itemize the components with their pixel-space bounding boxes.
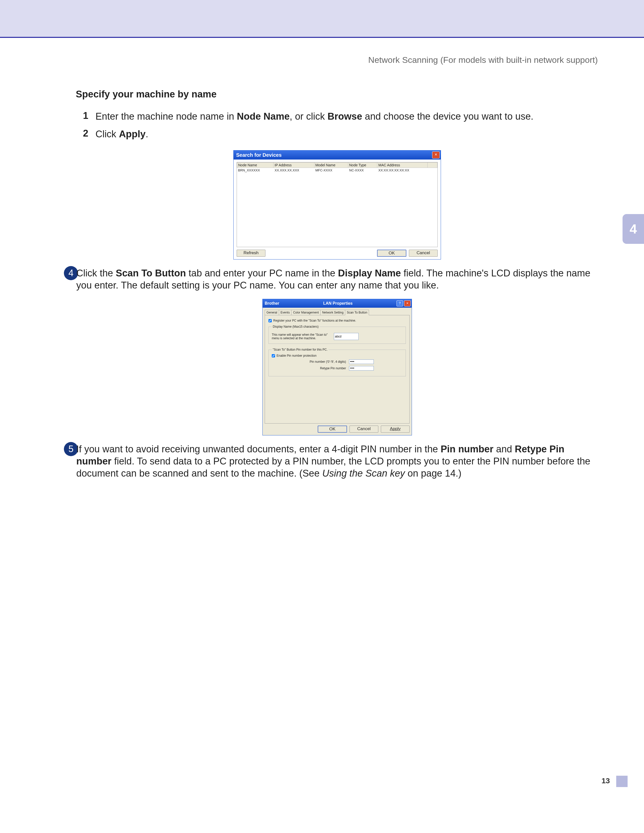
t: Using the Scan key xyxy=(322,468,405,479)
retype-pin-input[interactable] xyxy=(349,366,374,371)
titlebar: Brother LAN Properties ? × xyxy=(262,299,412,308)
t: Apply xyxy=(119,129,146,139)
chapter-side-tab: 4 xyxy=(623,214,644,244)
tab-events[interactable]: Events xyxy=(279,310,292,315)
ok-button[interactable]: OK xyxy=(377,250,406,257)
page-number: 13 xyxy=(602,777,610,785)
ok-button[interactable]: OK xyxy=(318,426,347,433)
device-list[interactable]: Node Name IP Address Model Name Node Typ… xyxy=(237,162,438,247)
dialog-lan-properties: Brother LAN Properties ? × General Event… xyxy=(262,299,412,436)
cancel-button[interactable]: Cancel xyxy=(349,426,378,433)
window-title: Search for Devices xyxy=(235,152,432,158)
t: on page 14.) xyxy=(405,468,461,479)
apply-button[interactable]: Apply xyxy=(381,426,410,433)
window-title: LAN Properties xyxy=(280,301,396,306)
step-5: 5 If you want to avoid receiving unwante… xyxy=(76,443,599,479)
step-number: 1 xyxy=(76,110,95,122)
step-text: Click Apply. xyxy=(95,128,599,140)
cell: MFC-XXXX xyxy=(314,168,348,173)
device-table: Node Name IP Address Model Name Node Typ… xyxy=(237,162,438,173)
dialog-body: Node Name IP Address Model Name Node Typ… xyxy=(233,159,441,259)
t: Browse xyxy=(328,111,362,122)
t: Click the xyxy=(76,268,116,278)
group-legend: "Scan To" Button Pin number for this PC. xyxy=(272,348,328,351)
tab-panel: Register your PC with the "Scan To" func… xyxy=(265,315,410,424)
register-label: Register your PC with the "Scan To" func… xyxy=(273,319,356,322)
button-row: Refresh OK Cancel xyxy=(237,247,438,257)
brand-label: Brother xyxy=(264,301,279,306)
cancel-button[interactable]: Cancel xyxy=(409,250,438,257)
step-number-circle: 4 xyxy=(64,266,78,280)
t: tab and enter your PC name in the xyxy=(186,268,338,278)
refresh-button[interactable]: Refresh xyxy=(237,250,266,257)
help-icon[interactable]: ? xyxy=(396,301,403,306)
pin-label: Pin number ('0'-'9', 4 digits) xyxy=(301,359,346,364)
col-node-type[interactable]: Node Type xyxy=(348,162,377,168)
col-mac-address[interactable]: MAC Address xyxy=(377,162,428,168)
cell: BRN_XXXXXX xyxy=(237,168,274,173)
cell: XX.XXX.XX.XXX xyxy=(274,168,314,173)
t: . xyxy=(145,129,148,139)
display-name-group: Display Name (Max15 characters) This nam… xyxy=(269,325,406,344)
tab-strip: General Events Color Management Network … xyxy=(262,308,412,315)
enable-pin-row: Enable Pin number protection xyxy=(272,354,402,357)
top-accent-bar xyxy=(0,0,644,38)
step-text: If you want to avoid receiving unwanted … xyxy=(76,443,599,479)
t: and xyxy=(493,444,515,454)
col-spare xyxy=(428,162,438,168)
tab-color-management[interactable]: Color Management xyxy=(291,310,320,315)
t: Click xyxy=(95,129,119,139)
pin-group: "Scan To" Button Pin number for this PC.… xyxy=(269,348,406,376)
step-2: 2 Click Apply. xyxy=(76,128,599,140)
retype-pin-label: Retype Pin number xyxy=(301,366,346,371)
display-name-note: This name will appear when the "Scan to"… xyxy=(272,333,330,340)
step-4: 4 Click the Scan To Button tab and enter… xyxy=(76,267,599,291)
tab-general[interactable]: General xyxy=(265,310,279,315)
cell: XX:XX:XX:XX:XX:XX xyxy=(377,168,428,173)
step-1: 1 Enter the machine node name in Node Na… xyxy=(76,110,599,122)
t: Pin number xyxy=(441,444,493,454)
register-checkbox[interactable] xyxy=(269,319,272,322)
t: Display Name xyxy=(338,268,401,278)
enable-pin-label: Enable Pin number protection xyxy=(277,354,316,357)
dialog-search-for-devices: Search for Devices × Node Name IP Addres… xyxy=(233,150,441,259)
section-heading: Specify your machine by name xyxy=(76,89,599,100)
close-icon[interactable]: × xyxy=(432,151,440,159)
t: Apply xyxy=(390,426,401,431)
titlebar: Search for Devices × xyxy=(233,150,441,159)
enable-pin-checkbox[interactable] xyxy=(272,354,275,357)
t: If you want to avoid receiving unwanted … xyxy=(76,444,441,454)
tab-network-setting[interactable]: Network Setting xyxy=(320,310,345,315)
tab-scan-to-button[interactable]: Scan To Button xyxy=(345,310,369,315)
col-node-name[interactable]: Node Name xyxy=(237,162,274,168)
cell: NC-XXXX xyxy=(348,168,377,173)
step-text: Enter the machine node name in Node Name… xyxy=(95,110,599,122)
button-row: OK Cancel Apply xyxy=(262,426,412,435)
t: Node Name xyxy=(237,111,290,122)
t: and choose the device you want to use. xyxy=(362,111,533,122)
display-name-input[interactable] xyxy=(334,333,359,340)
pin-input[interactable] xyxy=(349,359,374,364)
step-number-circle: 5 xyxy=(64,442,78,456)
page-number-tab xyxy=(616,776,628,787)
table-row[interactable]: BRN_XXXXXX XX.XXX.XX.XXX MFC-XXXX NC-XXX… xyxy=(237,168,438,173)
step-number: 2 xyxy=(76,128,95,140)
step-text: Click the Scan To Button tab and enter y… xyxy=(76,267,599,291)
col-ip-address[interactable]: IP Address xyxy=(274,162,314,168)
t: Enter the machine node name in xyxy=(95,111,237,122)
main-content: Specify your machine by name 1 Enter the… xyxy=(76,89,599,484)
t: , or click xyxy=(290,111,328,122)
header-breadcrumb: Network Scanning (For models with built-… xyxy=(368,55,598,65)
register-checkbox-row: Register your PC with the "Scan To" func… xyxy=(269,319,406,322)
group-legend: Display Name (Max15 characters) xyxy=(272,325,319,328)
t: Scan To Button xyxy=(116,268,186,278)
col-model-name[interactable]: Model Name xyxy=(314,162,348,168)
close-icon[interactable]: × xyxy=(404,301,411,306)
